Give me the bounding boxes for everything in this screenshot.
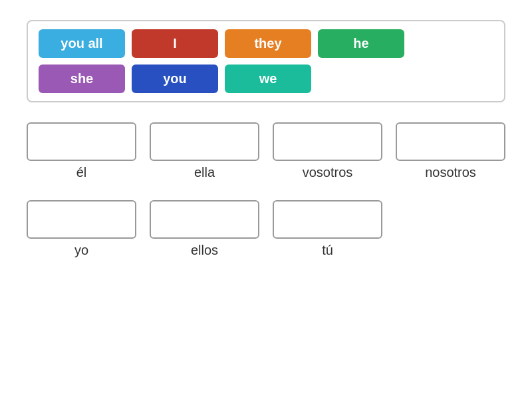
drop-box-ella[interactable]	[150, 122, 259, 161]
drop-box-tu[interactable]	[273, 200, 382, 239]
drop-item-yo: yo	[27, 200, 136, 258]
drop-label-ellos: ellos	[191, 243, 218, 258]
drop-label-ella: ella	[194, 165, 215, 180]
drop-item-ellos: ellos	[150, 200, 259, 258]
drop-section: élellavosotrosnosotros yoellostú	[27, 122, 505, 265]
word-tile-you-all[interactable]: you all	[39, 29, 125, 58]
drop-item-nosotros: nosotros	[396, 122, 505, 180]
drop-box-ellos[interactable]	[150, 200, 259, 239]
word-tile-I[interactable]: I	[132, 29, 218, 58]
drop-item-tu: tú	[273, 200, 382, 258]
word-tile-you[interactable]: you	[132, 65, 218, 93]
word-tile-she[interactable]: she	[39, 65, 125, 93]
drop-item-ella: ella	[150, 122, 259, 180]
word-tile-he[interactable]: he	[318, 29, 404, 58]
drop-label-nosotros: nosotros	[425, 165, 476, 180]
word-tile-we[interactable]: we	[225, 65, 311, 93]
drop-row-1: élellavosotrosnosotros	[27, 122, 505, 180]
drop-item-vosotros: vosotros	[273, 122, 382, 180]
drop-box-el[interactable]	[27, 122, 136, 161]
drop-item-el: él	[27, 122, 136, 180]
word-bank: you allItheyhesheyouwe	[27, 20, 505, 102]
drop-label-tu: tú	[322, 243, 333, 258]
drop-label-yo: yo	[74, 243, 88, 258]
word-tile-they[interactable]: they	[225, 29, 311, 58]
drop-label-vosotros: vosotros	[303, 165, 353, 180]
drop-box-nosotros[interactable]	[396, 122, 505, 161]
drop-box-vosotros[interactable]	[273, 122, 382, 161]
drop-box-yo[interactable]	[27, 200, 136, 239]
drop-label-el: él	[76, 165, 87, 180]
drop-row-2: yoellostú	[27, 200, 505, 258]
